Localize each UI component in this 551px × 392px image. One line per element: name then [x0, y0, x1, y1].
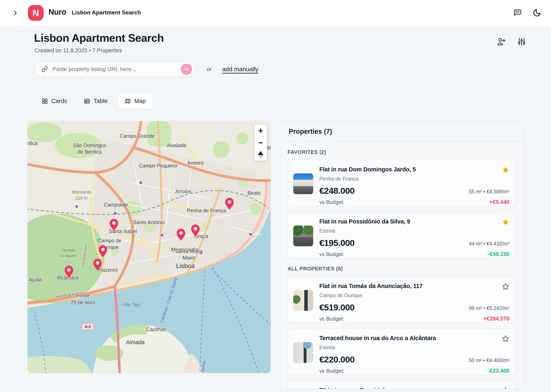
add-manually-link[interactable]: add manually — [222, 66, 258, 73]
app-logo[interactable]: N — [28, 5, 44, 21]
or-label: or — [207, 66, 211, 72]
property-title: Flat in rua Possidónio da Silva, 9 — [319, 218, 410, 225]
map-label: Campolide — [104, 202, 128, 208]
tab-map-label: Map — [134, 98, 146, 105]
moon-icon — [533, 8, 541, 17]
table-icon — [84, 98, 90, 105]
share-invite-button[interactable] — [496, 36, 507, 47]
property-thumbnail — [293, 173, 313, 194]
property-title: T0 in travessa Terreirinho — [319, 387, 390, 389]
map-label: 220 m — [75, 196, 88, 201]
panel-header: Properties (7) — [280, 121, 523, 142]
map-label: enfica — [28, 140, 37, 146]
property-thumbnail — [293, 290, 313, 311]
map-controls: + − — [254, 125, 267, 161]
all-properties-section-label: ALL PROPERTIES (5) — [288, 266, 516, 272]
budget-label: vs Budget: — [319, 316, 344, 322]
map[interactable]: Campo GrandeenficaSão Domingosde Benfica… — [28, 121, 271, 373]
budget-value: -€49.150 — [488, 251, 509, 258]
pitch-up-icon — [258, 151, 263, 155]
page-subtitle: Created on 11.8.2025 • 7 Properties — [34, 47, 122, 54]
property-price: €195.000 — [319, 238, 355, 248]
property-title: Flat in rua Dom Domingos Jardo, 5 — [319, 166, 416, 173]
tab-map[interactable]: Map — [118, 93, 152, 109]
property-specs: 99 m² • €5.242/m² — [469, 305, 509, 312]
map-label: Tapada — [61, 247, 75, 252]
basemap-svg: Campo GrandeenficaSão Domingosde Benfica… — [28, 121, 271, 373]
map-label: Arroios — [175, 189, 191, 194]
star-outline-icon[interactable] — [502, 387, 509, 389]
property-area: Estrela — [319, 228, 509, 234]
budget-label: vs Budget: — [319, 199, 344, 205]
map-label: Lisboa — [176, 262, 195, 269]
property-card[interactable]: Flat in rua Tomás da Anunciação, 117 Cam… — [288, 276, 516, 323]
property-price: €519.000 — [319, 302, 355, 312]
property-thumbnail — [293, 342, 313, 363]
topbar: N Nuro Lisbon Apartment Search — [0, 0, 551, 26]
map-label: Areeiro — [187, 160, 204, 166]
cards-grid-icon — [42, 98, 48, 105]
map-label: de Benfica — [78, 149, 102, 155]
favorites-section-label: FAVORITES (2) — [288, 149, 516, 155]
budget-label: vs Budget: — [319, 251, 344, 258]
panel-body[interactable]: FAVORITES (2) Flat in rua Dom Domingos J… — [280, 142, 523, 389]
property-card[interactable]: Flat in rua Dom Domingos Jardo, 5 Penha … — [288, 160, 516, 206]
tab-cards[interactable]: Cards — [35, 93, 73, 109]
star-filled-icon[interactable] — [502, 218, 509, 226]
zoom-in-button[interactable]: + — [254, 125, 267, 137]
pitch-down-icon — [258, 155, 263, 159]
chevron-right-icon — [12, 10, 19, 16]
map-label: Campo Pequeno — [139, 163, 177, 168]
link-icon — [41, 66, 48, 72]
tab-table-label: Table — [94, 98, 108, 105]
property-card[interactable]: Flat in rua Possidónio da Silva, 9 Estre… — [288, 212, 516, 259]
tab-table[interactable]: Table — [77, 93, 114, 109]
map-icon — [124, 98, 131, 105]
map-label: Almada — [126, 339, 145, 345]
property-card[interactable]: T0 in travessa Terreirinho — [288, 380, 516, 389]
dark-mode-toggle[interactable] — [532, 8, 542, 18]
map-label: 25 de Abril — [71, 300, 95, 305]
star-outline-icon[interactable] — [502, 283, 509, 290]
map-label: Prazeres — [97, 267, 118, 273]
map-label: Santo António — [133, 219, 165, 225]
tab-cards-label: Cards — [51, 98, 67, 105]
zoom-out-button[interactable]: − — [254, 137, 267, 149]
map-label: do Ajuda — [59, 253, 76, 258]
property-specs: 55 m² • €4.509/m² — [469, 189, 509, 196]
property-title: Flat in rua Tomás da Anunciação, 117 — [319, 283, 423, 289]
chat-button[interactable] — [512, 8, 522, 18]
property-thumbnail — [293, 225, 313, 246]
property-card[interactable]: Terraced house in rua do Arco a Alcântar… — [288, 328, 516, 375]
property-price: €248.000 — [319, 186, 355, 196]
budget-value: +€5.440 — [489, 199, 509, 205]
map-label: Ajuda — [29, 277, 42, 282]
map-label: Rio Tejo — [123, 302, 141, 307]
content-area: Lisbon Apartment Search Created on 11.8.… — [0, 26, 551, 392]
page-title: Lisbon Apartment Search — [34, 32, 164, 44]
star-outline-icon[interactable] — [502, 335, 509, 343]
property-specs: 44 m² • €4.432/m² — [469, 241, 509, 248]
properties-panel: Properties (7) FAVORITES (2) Flat in rua… — [280, 121, 524, 389]
property-title: Terraced house in rua do Arco a Alcântar… — [319, 335, 436, 342]
topbar-document-title: Lisbon Apartment Search — [72, 9, 141, 16]
map-label: São Domingos — [73, 142, 106, 148]
map-label: M — [267, 145, 271, 151]
map-label: Penha de França — [187, 208, 226, 213]
star-filled-icon[interactable] — [502, 166, 509, 174]
submit-url-button[interactable] — [181, 63, 192, 75]
map-label: Alvalade — [167, 142, 187, 148]
user-plus-icon — [496, 37, 506, 47]
filters-button[interactable] — [516, 36, 527, 47]
map-label: Campo Grande — [120, 133, 155, 139]
map-pitch-control[interactable] — [254, 149, 267, 161]
listing-url-input[interactable] — [52, 66, 181, 72]
map-label: Maior — [183, 255, 196, 260]
sidebar-expand-button[interactable] — [11, 8, 20, 18]
property-area: Penha de França — [319, 176, 509, 182]
map-label: Beato — [247, 190, 261, 196]
map-label: Santa Maria — [175, 248, 203, 254]
chat-bubble-icon — [513, 8, 522, 18]
map-label: Campo de — [98, 238, 121, 243]
property-price: €220.000 — [319, 355, 355, 364]
